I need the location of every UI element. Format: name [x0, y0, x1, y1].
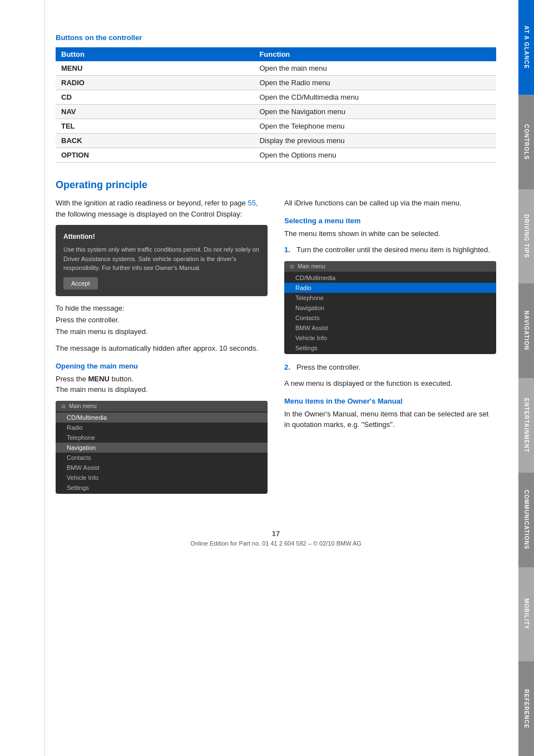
step-2-text: Press the controller. — [296, 362, 360, 373]
page-footer: 17 Online Edition for Part no. 01 41 2 6… — [56, 524, 496, 547]
button-name: OPTION — [56, 148, 254, 163]
menu-icon-right: ⊙ — [290, 263, 294, 269]
sidebar-item-navigation[interactable]: Navigation — [518, 283, 534, 378]
left-menu-screenshot: ⊙ Main menu CD/MultimediaRadioTelephoneN… — [56, 401, 268, 494]
sidebar: At a glance Controls Driving tips Naviga… — [518, 0, 534, 756]
button-text: button. — [110, 375, 134, 383]
right-menu-item: Vehicle Info — [284, 333, 496, 343]
main-menu-displayed: The main menu is displayed. — [56, 385, 147, 394]
right-menu-item: Settings — [284, 343, 496, 353]
page-number: 17 — [56, 529, 496, 538]
button-function: Open the CD/Multimedia menu — [254, 90, 496, 105]
selecting-text: The menu items shown in white can be sel… — [284, 228, 496, 239]
left-menu-item: Navigation — [56, 443, 268, 453]
left-menu-item: Settings — [56, 483, 268, 493]
menu-header-left: ⊙ Main menu — [56, 401, 268, 411]
auto-hide-text: The message is automatically hidden afte… — [56, 343, 268, 354]
table-row: MENUOpen the main menu — [56, 61, 496, 76]
sidebar-item-driving-tips[interactable]: Driving tips — [518, 189, 534, 284]
right-menu-screenshot: ⊙ Main menu CD/MultimediaRadioTelephoneN… — [284, 261, 496, 354]
step-2-num: 2. — [284, 362, 293, 373]
button-name: TEL — [56, 119, 254, 134]
sidebar-item-communications[interactable]: Communications — [518, 473, 534, 567]
button-function: Open the Telephone menu — [254, 119, 496, 134]
sidebar-item-at-glance[interactable]: At a glance — [518, 0, 534, 95]
button-name: BACK — [56, 134, 254, 148]
hide-message: To hide the message: Press the controlle… — [56, 303, 268, 337]
main-content: Buttons on the controller Button Functio… — [0, 0, 518, 756]
hide-line2: Press the controller. — [56, 316, 120, 324]
table-row: TELOpen the Telephone menu — [56, 119, 496, 134]
intro-text-before: With the ignition at radio readiness or … — [56, 199, 248, 207]
attention-wrapper: Attention! Use this system only when tra… — [56, 225, 268, 296]
right-intro-text: All iDrive functions can be called up vi… — [284, 198, 496, 209]
button-function: Open the Radio menu — [254, 76, 496, 90]
hide-line1: To hide the message: — [56, 304, 125, 312]
menu-title-right: Main menu — [298, 263, 325, 269]
left-menu-item: BMW Assist — [56, 463, 268, 473]
attention-title: Attention! — [63, 232, 260, 242]
left-menu-item: Vehicle Info — [56, 473, 268, 483]
controller-table: Button Function MENUOpen the main menuRA… — [56, 47, 496, 163]
menu-header-right: ⊙ Main menu — [284, 261, 496, 272]
step-2: 2. Press the controller. — [284, 362, 496, 373]
right-menu-items: CD/MultimediaRadioTelephoneNavigationCon… — [284, 272, 496, 354]
right-menu-item: Telephone — [284, 293, 496, 303]
table-row: NAVOpen the Navigation menu — [56, 105, 496, 119]
table-row: OPTIONOpen the Options menu — [56, 148, 496, 163]
sidebar-item-reference[interactable]: Reference — [518, 661, 534, 756]
menu-items-owners-manual-heading: Menu items in the Owner's Manual — [284, 397, 496, 405]
selecting-menu-item-heading: Selecting a menu item — [284, 217, 496, 225]
button-function: Open the main menu — [254, 61, 496, 76]
step-1-text: Turn the controller until the desired me… — [296, 244, 490, 256]
menu-icon-left: ⊙ — [61, 403, 66, 409]
left-menu-item: CD/Multimedia — [56, 413, 268, 423]
attention-text: Use this system only when traffic condit… — [63, 245, 260, 273]
sidebar-item-controls[interactable]: Controls — [518, 95, 534, 189]
button-function: Open the Navigation menu — [254, 105, 496, 119]
step-1: 1. Turn the controller until the desired… — [284, 244, 496, 256]
table-header-function: Function — [254, 47, 496, 61]
left-menu-item: Telephone — [56, 433, 268, 443]
step-1-num: 1. — [284, 244, 293, 256]
operating-principle-title: Operating principle — [56, 179, 496, 191]
right-column: All iDrive functions can be called up vi… — [284, 198, 496, 502]
accept-button[interactable]: Accept — [63, 277, 98, 290]
sidebar-item-entertainment[interactable]: Entertainment — [518, 378, 534, 473]
attention-box: Attention! Use this system only when tra… — [56, 225, 268, 296]
button-name: NAV — [56, 105, 254, 119]
right-menu-item: BMW Assist — [284, 323, 496, 333]
button-function: Open the Options menu — [254, 148, 496, 163]
left-menu-items: CD/MultimediaRadioTelephoneNavigationCon… — [56, 411, 268, 494]
left-border — [44, 0, 45, 756]
button-function: Display the previous menu — [254, 134, 496, 148]
owners-manual-text: In the Owner's Manual, menu items that c… — [284, 409, 496, 430]
after-step2-text: A new menu is displayed or the function … — [284, 378, 496, 389]
button-name: MENU — [56, 61, 254, 76]
page-link[interactable]: 55 — [248, 199, 255, 207]
button-name: RADIO — [56, 76, 254, 90]
table-row: BACKDisplay the previous menu — [56, 134, 496, 148]
right-menu-item: Radio — [284, 283, 496, 293]
press-the-text: Press the — [56, 375, 88, 383]
menu-title-left: Main menu — [69, 403, 96, 409]
table-row: RADIOOpen the Radio menu — [56, 76, 496, 90]
buttons-section-title: Buttons on the controller — [56, 33, 496, 42]
right-menu-item: Contacts — [284, 313, 496, 323]
left-menu-item: Contacts — [56, 453, 268, 463]
right-menu-item: Navigation — [284, 303, 496, 313]
sidebar-item-mobility[interactable]: Mobility — [518, 567, 534, 662]
left-column: With the ignition at radio readiness or … — [56, 198, 268, 502]
button-name: CD — [56, 90, 254, 105]
table-header-button: Button — [56, 47, 254, 61]
table-row: CDOpen the CD/Multimedia menu — [56, 90, 496, 105]
left-menu-item: Radio — [56, 423, 268, 433]
hide-line3: The main menu is displayed. — [56, 327, 147, 336]
intro-text: With the ignition at radio readiness or … — [56, 198, 268, 219]
footer-text: Online Edition for Part no. 01 41 2 604 … — [56, 540, 496, 547]
right-menu-item: CD/Multimedia — [284, 273, 496, 283]
opening-main-menu-text: Press the MENU button. The main menu is … — [56, 374, 268, 395]
two-col-layout: With the ignition at radio readiness or … — [56, 198, 496, 502]
menu-bold: MENU — [88, 375, 110, 383]
opening-main-menu-heading: Opening the main menu — [56, 362, 268, 370]
